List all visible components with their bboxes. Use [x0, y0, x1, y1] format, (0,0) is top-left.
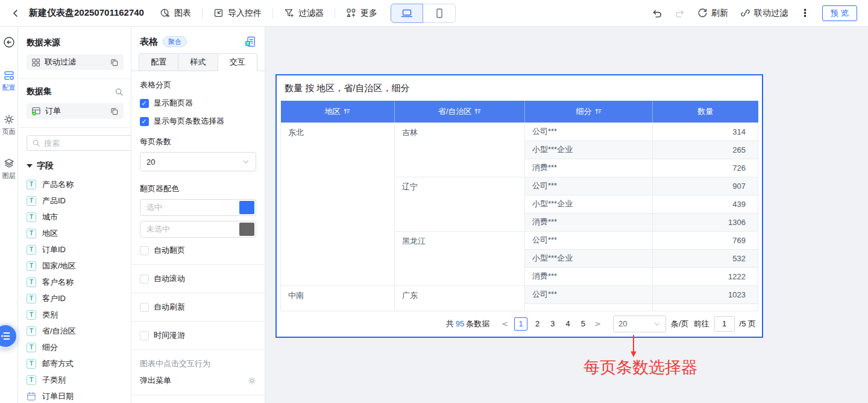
- field-item[interactable]: T产品ID: [27, 192, 124, 209]
- field-item[interactable]: T省/自治区: [27, 323, 124, 339]
- rail-item-page[interactable]: 页面: [2, 114, 16, 136]
- tab-interaction[interactable]: 交互: [218, 53, 257, 71]
- field-search-input[interactable]: [44, 139, 131, 148]
- panel-collapse-toggle[interactable]: [0, 323, 18, 349]
- cell-quantity[interactable]: 907: [653, 177, 758, 195]
- page-size-selector[interactable]: 20: [613, 316, 666, 332]
- show-pager-checkbox[interactable]: [140, 99, 149, 108]
- chart-button[interactable]: 图表: [154, 8, 197, 19]
- next-page-button[interactable]: >: [591, 319, 605, 328]
- fields-header[interactable]: 字段: [27, 160, 124, 171]
- more-menu-button[interactable]: ⋮: [800, 8, 810, 18]
- goto-page-input[interactable]: 1: [714, 316, 735, 332]
- auto-scroll-checkbox[interactable]: [140, 274, 149, 284]
- cell-segment[interactable]: 消费***: [525, 159, 653, 177]
- field-item[interactable]: T细分: [27, 339, 124, 355]
- cell-quantity[interactable]: 1222: [653, 267, 758, 285]
- redo-button[interactable]: [675, 8, 685, 19]
- refresh-button[interactable]: 刷新: [697, 8, 728, 19]
- cell-province[interactable]: 黑龙江: [395, 231, 525, 285]
- desktop-view-button[interactable]: [391, 4, 423, 23]
- field-item[interactable]: T地区: [27, 225, 124, 241]
- col-header-province[interactable]: 省/自治区: [395, 101, 525, 122]
- cell-province[interactable]: 广东: [395, 285, 525, 311]
- more-widgets-button[interactable]: 更多: [340, 8, 383, 19]
- field-item[interactable]: T国家/地区: [27, 258, 124, 274]
- table-chart-widget[interactable]: 数量 按 地区，省/自治区，细分 地区 省/自治区 细分 数量 东北吉林公司**…: [275, 74, 763, 338]
- copy-icon[interactable]: [110, 107, 119, 116]
- filter-button[interactable]: 过滤器: [278, 8, 330, 19]
- mobile-view-button[interactable]: [423, 4, 456, 23]
- field-item[interactable]: T订单ID: [27, 241, 124, 258]
- rail-item-config[interactable]: 配置: [2, 70, 16, 92]
- field-item[interactable]: T客户ID: [27, 290, 124, 306]
- page-button[interactable]: 4: [561, 319, 576, 328]
- col-header-segment[interactable]: 细分: [525, 101, 653, 122]
- col-header-quantity[interactable]: 数量: [653, 101, 758, 122]
- dashboard-canvas[interactable]: 数量 按 地区，省/自治区，细分 地区 省/自治区 细分 数量 东北吉林公司**…: [265, 27, 868, 403]
- search-icon[interactable]: [115, 87, 124, 97]
- undo-button[interactable]: [652, 8, 662, 19]
- preview-button[interactable]: 预览: [822, 5, 857, 21]
- cell-segment[interactable]: 小型***企业: [525, 141, 653, 159]
- back-button[interactable]: [7, 6, 24, 21]
- page-button[interactable]: 3: [545, 319, 560, 328]
- sort-icon[interactable]: [344, 108, 350, 115]
- cell-region[interactable]: 东北: [281, 122, 395, 285]
- collapse-panel-button[interactable]: [3, 36, 15, 48]
- linkage-filter-button[interactable]: 联动过滤: [740, 8, 788, 19]
- tab-config[interactable]: 配置: [139, 53, 178, 71]
- cell-quantity[interactable]: 439: [653, 195, 758, 213]
- cell-segment[interactable]: 公司***: [525, 285, 653, 303]
- cell-quantity[interactable]: 1023: [653, 285, 758, 303]
- show-page-size-selector-checkbox[interactable]: [140, 117, 149, 126]
- prev-page-button[interactable]: <: [498, 319, 512, 328]
- cell-quantity[interactable]: 769: [653, 231, 758, 249]
- unselected-color-swatch[interactable]: [239, 223, 254, 236]
- text-field-icon: T: [27, 245, 36, 255]
- cell-segment[interactable]: 公司***: [525, 122, 653, 141]
- cell-province[interactable]: 辽宁: [395, 177, 525, 231]
- sort-icon[interactable]: [595, 108, 602, 115]
- export-excel-button[interactable]: [244, 36, 256, 48]
- field-item[interactable]: T城市: [27, 209, 124, 225]
- cell-province[interactable]: 吉林: [395, 122, 525, 177]
- page-size-select[interactable]: 20: [140, 152, 256, 171]
- selected-color-swatch[interactable]: [239, 201, 254, 214]
- sort-icon[interactable]: [474, 108, 481, 115]
- cell-region[interactable]: 中南: [281, 285, 395, 311]
- unselected-color-input[interactable]: 未选中: [140, 221, 256, 238]
- cell-quantity[interactable]: 314: [653, 122, 758, 141]
- gear-icon[interactable]: [248, 376, 256, 385]
- field-item[interactable]: T邮寄方式: [27, 355, 124, 372]
- cell-quantity[interactable]: 265: [653, 141, 758, 159]
- copy-icon[interactable]: [110, 58, 119, 67]
- tab-style[interactable]: 样式: [178, 53, 218, 71]
- time-roam-checkbox[interactable]: [140, 331, 149, 340]
- col-header-region[interactable]: 地区: [281, 101, 395, 122]
- import-widget-button[interactable]: 导入控件: [207, 8, 268, 19]
- page-button[interactable]: 2: [530, 319, 545, 328]
- cell-segment[interactable]: 消费***: [525, 213, 653, 231]
- cell-segment[interactable]: 公司***: [525, 177, 653, 195]
- cell-segment[interactable]: 小型***企业: [525, 195, 653, 213]
- cell-segment[interactable]: 小型***企业: [525, 249, 653, 267]
- field-item[interactable]: 订单日期: [27, 388, 124, 403]
- page-button[interactable]: 5: [576, 319, 591, 328]
- linkage-filter-item[interactable]: 联动过滤: [27, 54, 124, 70]
- field-item[interactable]: T类别: [27, 306, 124, 323]
- field-item[interactable]: T子类别: [27, 372, 124, 388]
- field-item[interactable]: T产品名称: [27, 176, 124, 192]
- auto-refresh-checkbox[interactable]: [140, 303, 149, 312]
- auto-paging-checkbox[interactable]: [140, 246, 149, 255]
- rail-item-layer[interactable]: 图层: [2, 158, 16, 180]
- selected-color-input[interactable]: 选中: [140, 199, 256, 216]
- cell-quantity[interactable]: 532: [653, 249, 758, 267]
- dataset-item[interactable]: 订单: [27, 103, 124, 119]
- page-button-current[interactable]: 1: [514, 317, 527, 331]
- field-item[interactable]: T客户名称: [27, 274, 124, 290]
- cell-quantity[interactable]: 1306: [653, 213, 758, 231]
- cell-segment[interactable]: 公司***: [525, 231, 653, 249]
- cell-quantity[interactable]: 726: [653, 159, 758, 177]
- cell-segment[interactable]: 消费***: [525, 267, 653, 285]
